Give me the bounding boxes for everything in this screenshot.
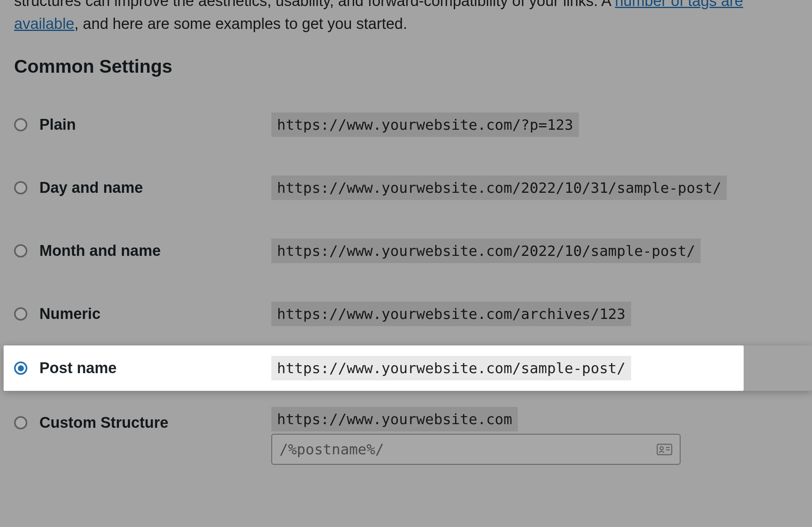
custom-base-url: https://www.yourwebsite.com [271,407,518,431]
option-label-day-name: Day and name [39,179,143,196]
section-title-common-settings: Common Settings [14,55,812,77]
radio-day-name[interactable] [14,181,27,194]
option-row-month-name[interactable]: Month and name https://www.yourwebsite.c… [14,219,812,282]
contact-card-icon [656,443,673,456]
example-url-month-name: https://www.yourwebsite.com/2022/10/samp… [271,239,701,263]
radio-numeric[interactable] [14,307,27,321]
option-row-numeric[interactable]: Numeric https://www.yourwebsite.com/arch… [14,282,812,345]
radio-custom[interactable] [14,416,27,429]
option-label-post-name: Post name [39,360,117,377]
intro-text-prefix: structures can improve the aesthetics, u… [14,0,615,9]
intro-paragraph: structures can improve the aesthetics, u… [14,0,812,35]
example-url-plain: https://www.yourwebsite.com/?p=123 [271,112,579,137]
option-row-custom[interactable]: Custom Structure https://www.yourwebsite… [14,391,812,484]
example-url-numeric: https://www.yourwebsite.com/archives/123 [271,302,631,326]
option-row-plain[interactable]: Plain https://www.yourwebsite.com/?p=123 [14,93,812,156]
custom-structure-input[interactable] [271,434,681,465]
intro-text-mid: , and here are some examples to get you … [74,15,407,32]
option-label-custom: Custom Structure [39,414,168,431]
radio-plain[interactable] [14,118,27,131]
radio-post-name[interactable] [14,362,27,375]
example-url-day-name: https://www.yourwebsite.com/2022/10/31/s… [271,176,727,200]
example-url-post-name: https://www.yourwebsite.com/sample-post/ [271,356,631,380]
option-row-day-name[interactable]: Day and name https://www.yourwebsite.com… [14,156,812,219]
option-label-month-name: Month and name [39,242,161,259]
option-label-numeric: Numeric [39,305,100,323]
option-label-plain: Plain [39,116,76,133]
permalink-options: Plain https://www.yourwebsite.com/?p=123… [14,93,812,484]
radio-month-name[interactable] [14,244,27,257]
svg-point-1 [660,447,663,450]
option-row-post-name[interactable]: Post name https://www.yourwebsite.com/sa… [4,345,812,391]
